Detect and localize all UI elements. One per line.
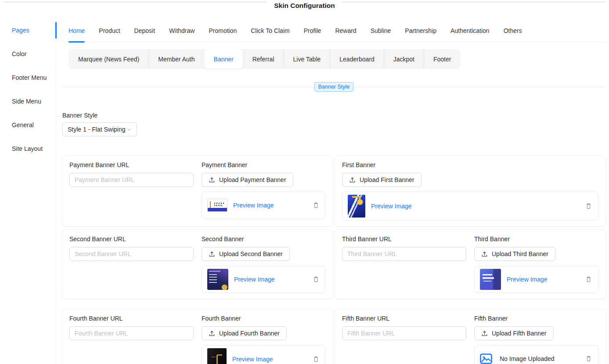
banner-style-label: Banner Style (62, 112, 606, 119)
tab-others[interactable]: Others (504, 19, 522, 42)
payment-banner-preview-link[interactable]: Preview Image (233, 202, 274, 209)
subtab-referral[interactable]: Referral (243, 49, 284, 69)
subtab-banner[interactable]: Banner (204, 49, 243, 69)
second-banner-preview-link[interactable]: Preview Image (234, 276, 275, 283)
tab-authentication[interactable]: Authentication (450, 19, 490, 42)
payment-banner-url-input[interactable] (69, 173, 194, 187)
tab-withdraw[interactable]: Withdraw (169, 19, 195, 42)
upload-button-label: Upload Fifth Banner (492, 330, 547, 337)
third-banner-thumbnail (480, 269, 501, 290)
tab-click-to-claim[interactable]: Click To Claim (251, 19, 289, 42)
page-title: Skin Configuration (267, 0, 342, 10)
trash-icon (585, 276, 592, 283)
banner-style-select[interactable]: Style 1 - Flat Swiping (62, 122, 137, 136)
banner-style-section-divider: Banner Style (62, 82, 606, 92)
tab-product[interactable]: Product (99, 19, 120, 42)
upload-third-banner-button[interactable]: Upload Third Banner (474, 247, 555, 261)
third-banner-delete-button[interactable] (584, 275, 593, 284)
first-banner-card: First Banner Upload First Banner Preview… (335, 155, 606, 227)
subtab-footer[interactable]: Footer (424, 49, 460, 69)
tab-promotion[interactable]: Promotion (209, 19, 237, 42)
fifth-banner-label: Fifth Banner (474, 315, 598, 322)
upload-payment-banner-button[interactable]: Upload Payment Banner (202, 173, 293, 187)
second-banner-url-label: Second Banner URL (69, 236, 194, 243)
sidebar-item-color[interactable]: Color (0, 42, 56, 66)
upload-icon (209, 330, 215, 337)
upload-first-banner-button[interactable]: Upload First Banner (342, 173, 422, 187)
subtab-member-auth[interactable]: Member Auth (148, 49, 204, 69)
fourth-banner-url-input[interactable] (69, 326, 194, 340)
sidebar-item-pages[interactable]: Pages (0, 18, 56, 42)
upload-button-label: Upload Third Banner (492, 250, 548, 257)
payment-banner-url-label: Payment Banner URL (69, 161, 194, 168)
subtab-live-table[interactable]: Live Table (284, 49, 330, 69)
fifth-banner-delete-button[interactable] (584, 354, 593, 363)
sidebar-item-side-menu[interactable]: Side Menu (0, 89, 56, 113)
first-banner-preview-box: Preview Image (342, 192, 598, 221)
fourth-banner-delete-button[interactable] (312, 355, 320, 364)
first-banner-label: First Banner (342, 161, 598, 168)
third-banner-url-label: Third Banner URL (342, 236, 466, 243)
first-banner-preview-link[interactable]: Preview Image (371, 203, 412, 210)
subtab-jackpot[interactable]: Jackpot (384, 49, 424, 69)
fourth-banner-preview-link[interactable]: Preview Image (232, 356, 273, 363)
third-banner-url-input[interactable] (342, 247, 466, 261)
upload-fifth-banner-button[interactable]: Upload Fifth Banner (474, 326, 554, 340)
sidebar-item-label: General (12, 121, 34, 128)
second-banner-delete-button[interactable] (312, 275, 320, 284)
second-banner-card: Second Banner URL Second Banner Upload S… (62, 229, 333, 299)
upload-icon (349, 177, 356, 183)
fifth-banner-card: Fifth Banner URL Fifth Banner Upload Fif… (335, 309, 606, 364)
third-banner-preview-link[interactable]: Preview Image (507, 276, 548, 283)
tab-reward[interactable]: Reward (335, 19, 356, 42)
home-section-tabs: Marquee (News Feed) Member Auth Banner R… (68, 49, 460, 69)
first-banner-thumbnail (348, 195, 365, 218)
trash-icon (585, 203, 592, 210)
first-banner-delete-button[interactable] (584, 202, 593, 211)
trash-icon (313, 276, 319, 283)
upload-icon (481, 251, 488, 257)
tab-deposit[interactable]: Deposit (134, 19, 155, 42)
second-banner-label: Second Banner (202, 236, 326, 243)
payment-banner-delete-button[interactable] (312, 201, 320, 210)
tab-home[interactable]: Home (68, 19, 85, 42)
sidebar-item-label: Side Menu (12, 98, 41, 105)
tab-subline[interactable]: Subline (371, 19, 391, 42)
trash-icon (313, 356, 319, 363)
third-banner-preview-box: Preview Image (474, 266, 598, 293)
upload-button-label: Upload First Banner (360, 176, 414, 183)
sidebar: Pages Color Footer Menu Side Menu Genera… (0, 16, 56, 364)
subtab-leaderboard[interactable]: Leaderboard (330, 49, 383, 69)
fifth-banner-url-label: Fifth Banner URL (342, 315, 466, 322)
upload-fourth-banner-button[interactable]: Upload Fourth Banner (202, 326, 287, 340)
tab-partnership[interactable]: Partnership (405, 19, 436, 42)
banner-style-select-value: Style 1 - Flat Swiping (68, 126, 126, 133)
fourth-banner-card: Fourth Banner URL Fourth Banner Upload F… (62, 309, 333, 364)
fourth-banner-label: Fourth Banner (202, 315, 326, 322)
page-header: Skin Configuration (0, 0, 609, 16)
fifth-banner-url-input[interactable] (342, 326, 466, 340)
upload-button-label: Upload Payment Banner (219, 176, 286, 183)
second-banner-thumbnail (207, 269, 228, 290)
sidebar-item-site-layout[interactable]: Site Layout (0, 137, 56, 161)
upload-icon (209, 177, 215, 183)
third-banner-card: Third Banner URL Third Banner Upload Thi… (335, 229, 606, 299)
content-area: Home Product Deposit Withdraw Promotion … (56, 16, 609, 364)
subtab-marquee-news-feed[interactable]: Marquee (News Feed) (68, 49, 148, 69)
trash-icon (585, 355, 592, 362)
sidebar-item-label: Footer Menu (12, 74, 47, 81)
fourth-banner-preview-box: Preview Image (202, 345, 326, 364)
fifth-banner-empty-box: No Image Uploaded (474, 345, 598, 364)
page-tabs: Home Product Deposit Withdraw Promotion … (62, 19, 606, 42)
upload-icon (481, 330, 488, 337)
banner-style-tag: Banner Style (314, 82, 354, 92)
upload-second-banner-button[interactable]: Upload Second Banner (202, 247, 290, 261)
sidebar-item-label: Color (12, 50, 26, 57)
tab-profile[interactable]: Profile (304, 19, 321, 42)
sidebar-item-footer-menu[interactable]: Footer Menu (0, 66, 56, 89)
upload-button-label: Upload Second Banner (219, 250, 283, 257)
second-banner-url-input[interactable] (69, 247, 194, 261)
no-image-uploaded-text: No Image Uploaded (500, 355, 555, 362)
sidebar-item-general[interactable]: General (0, 113, 56, 137)
sidebar-item-label: Site Layout (12, 145, 43, 152)
